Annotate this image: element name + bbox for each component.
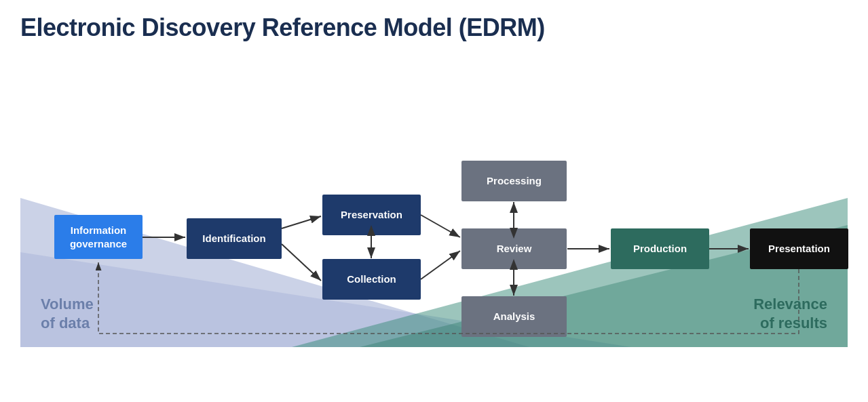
nodes-layer: Information governance Identification Pr… xyxy=(20,62,848,347)
svg-line-13 xyxy=(421,215,460,237)
analysis-node: Analysis xyxy=(461,296,567,337)
review-node: Review xyxy=(461,228,567,269)
svg-line-10 xyxy=(282,216,321,228)
processing-node: Processing xyxy=(461,161,567,201)
volume-label: Volume of data xyxy=(41,295,94,334)
svg-line-11 xyxy=(282,244,321,281)
arrows-overlay xyxy=(20,62,848,347)
main-container: Electronic Discovery Reference Model (ED… xyxy=(0,0,868,402)
presentation-node: Presentation xyxy=(750,228,848,269)
svg-line-14 xyxy=(421,251,460,279)
preservation-node: Preservation xyxy=(322,195,421,235)
collection-node: Collection xyxy=(322,259,421,300)
info-governance-node: Information governance xyxy=(54,215,143,259)
relevance-label: Relevance of results xyxy=(753,295,827,334)
diagram-area: Information governance Identification Pr… xyxy=(20,62,848,347)
identification-node: Identification xyxy=(187,218,282,259)
page-title: Electronic Discovery Reference Model (ED… xyxy=(20,14,848,42)
production-node: Production xyxy=(611,228,709,269)
